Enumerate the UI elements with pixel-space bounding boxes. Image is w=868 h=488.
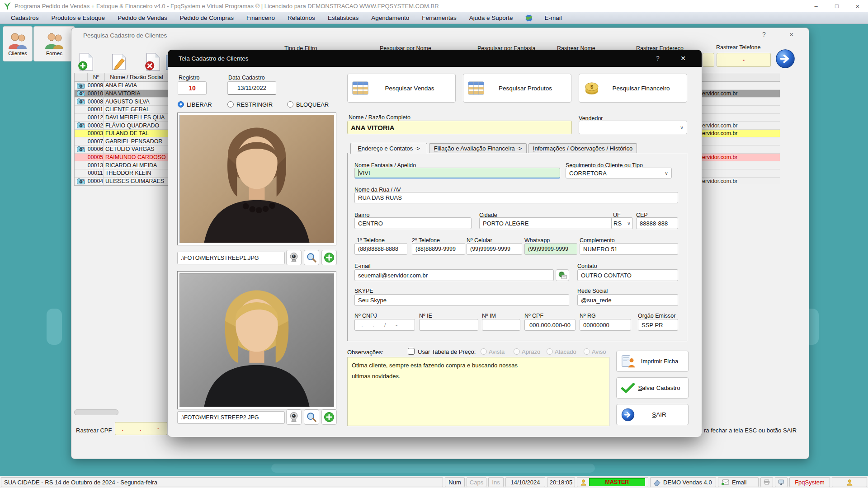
menu-item-estatisticas[interactable]: Estatisticas	[321, 14, 365, 21]
pesquisar-vendas-button[interactable]: Pesquisar Vendas	[347, 74, 456, 103]
radio-liberar[interactable]	[178, 101, 184, 108]
seguimento-combobox[interactable]: CORRETORA∨	[566, 168, 672, 178]
orgao-emissor-field[interactable]: SSP PR	[638, 319, 678, 331]
photo2-webcam-button[interactable]	[286, 409, 302, 425]
menu-item-financeiro[interactable]: Financeiro	[240, 14, 281, 21]
vendedor-combobox[interactable]: ∨	[579, 121, 687, 134]
rg-field[interactable]: 00000000	[580, 319, 631, 331]
table-row[interactable]: 00010ANA VITORIA	[75, 90, 168, 98]
status-network[interactable]	[775, 477, 788, 487]
radio-avista[interactable]	[481, 348, 487, 355]
help-icon[interactable]: ?	[648, 50, 668, 67]
nome-razao-field[interactable]: ANA VITORIA	[347, 121, 572, 134]
email-field[interactable]: seuemail@servidor.com.br	[354, 269, 554, 281]
delete-record-button[interactable]	[141, 52, 163, 72]
radio-aprazo[interactable]	[514, 348, 520, 355]
photo2-zoom-button[interactable]	[304, 409, 319, 425]
table-row[interactable]: 00013RICARDO ALMEIDA	[75, 161, 168, 169]
menu-item-produtos-e-estoque[interactable]: Produtos e Estoque	[45, 14, 112, 21]
status-email[interactable]: Email	[718, 477, 759, 487]
menu-item-cadastros[interactable]: Cadastros	[5, 14, 45, 21]
nome-fantasia-field[interactable]: VIVI	[354, 168, 560, 178]
edit-record-button[interactable]	[108, 52, 129, 72]
tab-informacoes-historico[interactable]: Informações / Observações / Histórico	[528, 143, 637, 153]
observacoes-textarea[interactable]: Otima cliente, sempre esta fazendo compr…	[347, 357, 609, 426]
usar-tabela-checkbox[interactable]	[408, 348, 415, 355]
rede-social-field[interactable]: @sua_rede	[577, 294, 678, 306]
complemento-field[interactable]: NUMERO 51	[580, 243, 678, 255]
radio-aviso[interactable]	[584, 348, 590, 355]
rua-field[interactable]: RUA DAS RUAS	[354, 192, 678, 203]
table-row[interactable]: 00006GETULIO VARGAS	[75, 145, 168, 154]
header-num-col[interactable]: Nº	[88, 73, 105, 81]
menu-item-agendamento[interactable]: Agendamento	[365, 14, 415, 21]
radio-atacado-radio[interactable]	[547, 348, 553, 355]
tel1-field[interactable]: (88)88888-8888	[354, 243, 407, 255]
close-button[interactable]: ×	[847, 0, 868, 12]
rastrear-telefone-input[interactable]: -	[717, 53, 771, 67]
photo2-add-button[interactable]	[321, 409, 337, 425]
imprimir-ficha-button[interactable]: Imprimir Ficha	[616, 351, 689, 372]
tel2-field[interactable]: (88)88899-9999	[412, 243, 465, 255]
help-icon[interactable]: ?	[762, 31, 766, 38]
sair-button[interactable]: SAIR	[616, 404, 689, 425]
cnpj-field[interactable]: . . / -	[354, 319, 415, 331]
camera-icon	[77, 99, 85, 104]
table-row[interactable]: 00008AUGUSTO SILVA	[75, 98, 168, 106]
whatsapp-field[interactable]: (99)99999-9999	[524, 243, 577, 255]
uf-combobox[interactable]: RS∨	[611, 217, 633, 229]
shortcut-fornecedores-button[interactable]: Fornec	[33, 26, 75, 61]
contato-field[interactable]: OUTRO CONTATO	[577, 269, 678, 281]
send-email-button[interactable]	[556, 269, 569, 281]
table-row[interactable]: 00009ANA FLAVIA	[75, 82, 168, 90]
photo1-zoom-button[interactable]	[304, 250, 319, 265]
minimize-button[interactable]: –	[806, 0, 826, 12]
table-row[interactable]: 00005RAIMUNDO CARDOSO	[75, 154, 168, 162]
photo1-webcam-button[interactable]	[286, 250, 302, 265]
shortcut-clientes-button[interactable]: Clientes	[3, 26, 33, 61]
bairro-field[interactable]: CENTRO	[354, 217, 472, 229]
pesquisar-produtos-button[interactable]: Pesquisar Produtos	[463, 74, 571, 103]
celular-field[interactable]: (99)99999-9999	[467, 243, 522, 255]
tab-filiacao-financeira[interactable]: Filiação e Avaliação Financeira ->	[429, 143, 527, 153]
status-printer[interactable]	[760, 477, 773, 487]
photo1-add-button[interactable]	[321, 250, 337, 265]
skype-field[interactable]: Seu Skype	[354, 294, 569, 306]
header-name-col[interactable]: Nome / Razão Social	[105, 73, 168, 81]
table-row[interactable]: 00001CLIENTE GERAL	[75, 106, 168, 114]
menu-item-pedido-de-vendas[interactable]: Pedido de Vendas	[111, 14, 174, 21]
photo1-path-field[interactable]: .\FOTO\MERYLSTREEP1.JPG	[177, 252, 285, 264]
table-row[interactable]: 00011THEODOR KLEIN	[75, 169, 168, 178]
table-row[interactable]: 00012DAVI MEIRELLES QUA	[75, 114, 168, 122]
data-cadastro-field[interactable]: 13/11/2022	[227, 81, 276, 95]
cidade-field[interactable]: PORTO ALEGRE	[479, 217, 630, 229]
salvar-cadastro-button[interactable]: Salvar Cadastro	[616, 377, 689, 399]
horizontal-scrollbar[interactable]	[74, 409, 118, 415]
cpf-field[interactable]: 000.000.000-00	[524, 319, 576, 331]
rastrear-telefone-go-button[interactable]	[775, 49, 795, 70]
close-icon[interactable]: ✕	[673, 50, 693, 67]
cep-field[interactable]: 88888-888	[636, 217, 678, 229]
menu-item-ajuda-e-suporte[interactable]: Ajuda e Suporte	[463, 14, 519, 21]
photo2-path-field[interactable]: .\FOTO\MERYLSTREEP2.JPG	[177, 411, 285, 424]
radio-bloquear[interactable]	[287, 101, 293, 108]
ie-field[interactable]	[419, 319, 478, 331]
new-record-button[interactable]	[74, 52, 96, 72]
table-row[interactable]: 00003FULANO DE TAL	[75, 130, 168, 138]
menu-item-ferramentas[interactable]: Ferramentas	[415, 14, 463, 21]
rastrear-cpf-input[interactable]: . . -	[115, 422, 167, 435]
close-icon[interactable]: ×	[789, 31, 793, 39]
table-row[interactable]: 00007GABRIEL PENSADOR	[75, 137, 168, 145]
tab-endereco-contatos[interactable]: Endereço e Contatos ->	[350, 143, 427, 154]
radio-restringir[interactable]	[227, 101, 234, 108]
menu-item-pedido-de-compras[interactable]: Pedido de Compras	[174, 14, 240, 21]
header-photo-col[interactable]	[75, 73, 88, 81]
table-row[interactable]: 00002FLÁVIO QUADRADO	[75, 122, 168, 130]
maximize-button[interactable]: □	[826, 0, 847, 12]
pesquisar-financeiro-button[interactable]: $ Pesquisar Financeiro	[579, 74, 687, 103]
menu-item-relat-rios[interactable]: Relatórios	[281, 14, 321, 21]
menu-item-e-mail[interactable]: E-mail	[538, 14, 568, 21]
rastrear-endereco-input[interactable]	[703, 53, 714, 67]
im-field[interactable]	[482, 319, 520, 331]
table-row[interactable]: 00004ULISSES GUIMARAES	[75, 178, 168, 186]
